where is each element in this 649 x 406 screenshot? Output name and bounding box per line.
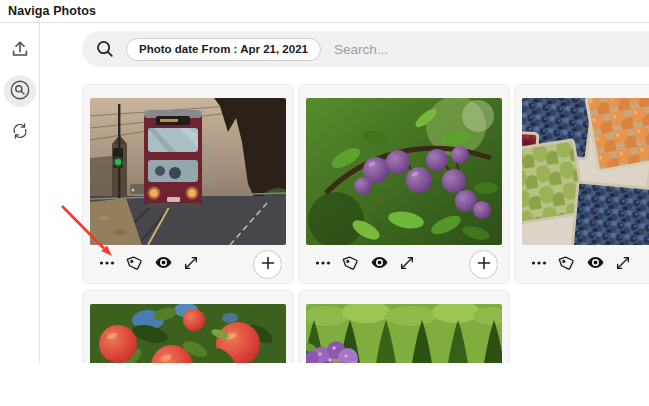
- photo-card: [514, 84, 649, 284]
- tag-button[interactable]: [125, 254, 145, 274]
- search-icon: [95, 39, 116, 60]
- sidebar: [0, 23, 40, 363]
- more-button[interactable]: [529, 254, 549, 274]
- expand-icon: [399, 255, 415, 274]
- advanced-search-button[interactable]: [4, 75, 36, 107]
- more-icon: [99, 255, 115, 274]
- plus-icon: [260, 255, 276, 274]
- more-button[interactable]: [97, 254, 117, 274]
- photo-thumbnail[interactable]: [90, 98, 286, 245]
- photo-card: [298, 84, 510, 284]
- tag-button[interactable]: [341, 254, 361, 274]
- photo-actions: [306, 245, 502, 283]
- expand-icon: [615, 255, 631, 274]
- tag-icon: [126, 254, 144, 275]
- preview-button[interactable]: [585, 254, 605, 274]
- photo-card: [82, 84, 294, 284]
- upload-icon: [9, 38, 31, 63]
- search-input[interactable]: [332, 41, 649, 58]
- photo-card: [82, 290, 294, 363]
- eye-icon: [586, 253, 605, 275]
- tag-icon: [558, 254, 576, 275]
- add-button[interactable]: [253, 250, 282, 279]
- photo-card: [298, 290, 510, 363]
- photo-thumbnail[interactable]: [306, 304, 502, 363]
- photo-actions: [522, 245, 649, 283]
- more-icon: [531, 255, 547, 274]
- refresh-icon: [9, 120, 31, 145]
- preview-button[interactable]: [153, 254, 173, 274]
- more-icon: [315, 255, 331, 274]
- photo-thumbnail[interactable]: [522, 98, 649, 245]
- search-bar: Photo date From : Apr 21, 2021: [82, 31, 649, 67]
- date-filter-chip[interactable]: Photo date From : Apr 21, 2021: [126, 38, 321, 61]
- expand-button[interactable]: [613, 254, 633, 274]
- more-button[interactable]: [313, 254, 333, 274]
- photo-actions: [90, 245, 286, 283]
- eye-icon: [154, 253, 173, 275]
- preview-button[interactable]: [369, 254, 389, 274]
- app-title: Naviga Photos: [8, 4, 96, 18]
- expand-button[interactable]: [181, 254, 201, 274]
- refresh-button[interactable]: [4, 116, 36, 148]
- photo-thumbnail[interactable]: [306, 98, 502, 245]
- expand-button[interactable]: [397, 254, 417, 274]
- app-header: Naviga Photos: [0, 0, 649, 23]
- upload-button[interactable]: [4, 34, 36, 66]
- app-window: Naviga Photos: [0, 0, 649, 406]
- app-body: Photo date From : Apr 21, 2021: [0, 23, 649, 363]
- search-circle-icon: [8, 78, 32, 105]
- add-button[interactable]: [469, 250, 498, 279]
- expand-icon: [183, 255, 199, 274]
- photo-thumbnail[interactable]: [90, 304, 286, 363]
- photo-grid: [82, 84, 649, 363]
- tag-button[interactable]: [557, 254, 577, 274]
- plus-icon: [476, 255, 492, 274]
- eye-icon: [370, 253, 389, 275]
- main-content: Photo date From : Apr 21, 2021: [40, 23, 649, 363]
- tag-icon: [342, 254, 360, 275]
